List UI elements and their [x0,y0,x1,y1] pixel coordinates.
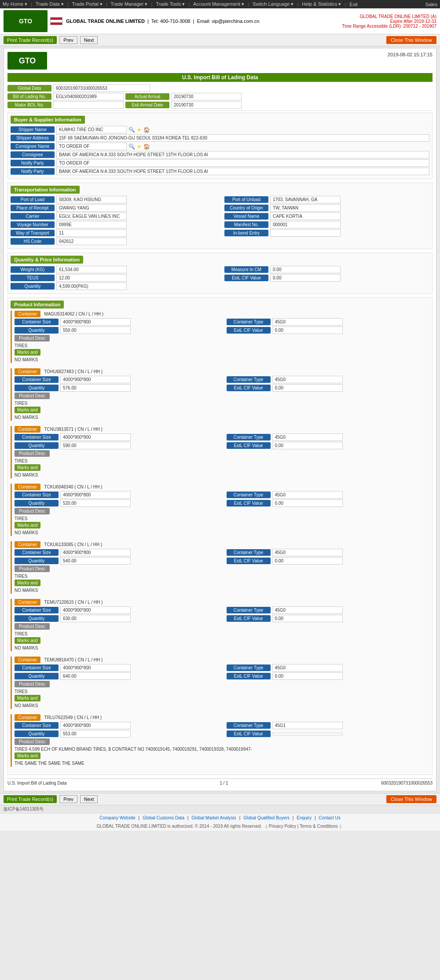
container-id-5: TEMU7120615 ( CN / L / HH ) [42,599,104,606]
container-size-type-row-1: Container Size 4000*900*800 Container Ty… [15,376,429,383]
container-size-label-5: Container Size [15,607,59,613]
quantity-price-section: Quantity & Price Information Weight (KG)… [7,253,433,294]
nav-helpstats[interactable]: Help & Statistics ▾ [302,1,341,7]
container-badge-6: Container [15,657,40,663]
container-type-label-4: Container Type [227,549,271,556]
marks-label-0: Marks and [15,349,40,356]
bottom-links: Company Website | Global Customs Data | … [0,813,440,822]
qty-cif-row-5: Quantity 630.00 EstL CIF Value 0.00 [15,615,429,622]
nav-myhome[interactable]: My Home ▾ [3,1,27,7]
qty-label-1: Quantity [15,385,59,391]
container-size-value-7: 4000*900*800 [60,722,131,729]
company-website-link[interactable]: Company Website [99,815,136,820]
port-load-label: Port of Load [11,196,55,203]
container-id-0: MAGU5314062 ( CN / L / HH ) [42,311,105,317]
container-id-row-1: Container TOHU6827483 ( CN / L / HH ) [15,368,429,375]
container-size-type-row-3: Container Size 4000*900*800 Container Ty… [15,491,429,499]
country-origin-value: TW, TAIWAN [270,204,341,212]
country-origin-label: Country of Origin [224,205,268,211]
marks-label-row-1: Marks and [15,407,429,413]
container-id-row-2: Container TCNU3813571 ( CN / L / HH ) [15,426,429,433]
product-desc-label-2: Product Desc [15,450,50,457]
marks-label-6: Marks and [15,695,40,701]
estl-cif-value-2: 0.00 [272,442,343,449]
contact-link[interactable]: Contact Us [319,815,340,820]
star-icon[interactable]: ★ [137,127,142,133]
estl-cif-value-4: 0.00 [272,557,343,565]
qty-label-3: Quantity [15,500,59,507]
nav-tradeportal[interactable]: Trade Portal ▾ [72,1,103,7]
marks-label-1: Marks and [15,407,40,413]
product-desc-label-7: Product Desc [15,738,50,745]
vessel-name-value: CAPE KORTIA [270,213,341,220]
marks-value-0: NO MARKS [15,356,429,363]
next-button-bottom[interactable]: Next [80,795,98,803]
estl-cif-value-6: 0.00 [272,672,343,680]
main-content: GTO 2019-08-02 15:17:15 U.S. Import Bill… [4,48,436,791]
qty-label-6: Quantity [15,673,59,679]
container-type-label-0: Container Type [227,319,271,325]
estl-cif-label: EstL CIF Value [224,275,268,281]
global-market-link[interactable]: Global Market Analysis [191,815,236,820]
qty-label-2: Quantity [15,442,59,449]
prev-button[interactable]: Prev [59,36,77,44]
top-navigation: My Home ▾ | Trade Data ▾ | Trade Portal … [0,0,440,8]
nav-tradetools[interactable]: Trade Tools ▾ [156,1,185,7]
marks-label-row-2: Marks and [15,464,429,471]
estl-cif-label-2: EstL CIF Value [227,442,271,449]
print-button[interactable]: Print Trade Record(s) [4,36,57,44]
container-size-type-row-0: Container Size 4000*900*800 Container Ty… [15,318,429,326]
estl-cif-value-3: 0.00 [272,499,343,507]
estl-cif-value-1: 0.00 [272,384,343,392]
container-type-label-1: Container Type [227,376,271,383]
qty-value-2: 590.00 [60,442,131,449]
estl-cif-label-1: EstL CIF Value [227,385,271,391]
product-desc-label-row-6: Product Desc [15,681,429,687]
consignee-search-icon[interactable]: 🔍 [128,143,135,150]
qty-value-0: 550.00 [60,327,131,334]
product-desc-value-2: TIRES [15,458,429,464]
product-info-title: Product Information [11,301,64,308]
product-desc-value-5: TIRES [15,631,429,637]
prev-button-bottom[interactable]: Prev [59,795,77,803]
qty-value-3: 520.00 [60,499,131,507]
global-qualified-link[interactable]: Global Qualified Buyers [243,815,290,820]
hs-code-value: 042612 [56,238,127,245]
gtc-logo: GTO [4,10,48,32]
global-customs-link[interactable]: Global Customs Data [143,815,184,820]
product-info-section: Product Information Container MAGU531406… [7,297,433,775]
container-type-value-4: 45G0 [272,549,343,556]
nav-switchlang[interactable]: Switch Language ▾ [253,1,293,7]
receipt-origin-row: Place of Receipt GWANG YANG Country of O… [11,204,429,212]
enquiry-link[interactable]: Enquiry [297,815,312,820]
marks-label-5: Marks and [15,637,40,644]
search-icon[interactable]: 🔍 [128,127,135,133]
next-button[interactable]: Next [80,36,98,44]
nav-exit[interactable]: Exit [349,2,357,7]
print-button-bottom[interactable]: Print Trade Record(s) [4,795,57,803]
nav-trademanager[interactable]: Trade Manager ▾ [111,1,148,7]
shipper-name-label: Shipper Name [11,126,55,133]
weight-label: Weight (KG) [11,266,55,273]
product-desc-label-6: Product Desc [15,681,50,687]
close-button[interactable]: Close This Window [386,36,436,44]
container-type-value-6: 45G0 [272,664,343,672]
close-button-bottom[interactable]: Close This Window [386,795,436,803]
bol-value: EGLV040900201989 [53,93,124,100]
nav-tradedata[interactable]: Trade Data ▾ [36,1,64,7]
mator-bol-value [53,101,124,109]
container-id-row-7: Container TRLU7622549 ( CN / L / HH ) [15,714,429,721]
qty-cif-row-1: Quantity 576.00 EstL CIF Value 0.00 [15,384,429,392]
link-sep1: | [139,815,140,820]
consignee-star-icon[interactable]: ★ [137,143,142,150]
content-header: GTO 2019-08-02 15:17:15 [7,52,433,70]
home-icon[interactable]: 🏠 [143,127,150,133]
global-data-row: Global Data 600320190731000026553 [7,84,433,92]
nav-accountmgmt[interactable]: Account Management ▾ [193,1,244,7]
container-size-value-1: 4000*900*800 [60,376,131,383]
container-type-value-0: 45G0 [272,318,343,326]
product-desc-label-row-5: Product Desc [15,623,429,630]
container-badge-7: Container [15,714,40,721]
product-desc-value-3: TIRES [15,515,429,522]
consignee-home-icon[interactable]: 🏠 [143,143,150,150]
